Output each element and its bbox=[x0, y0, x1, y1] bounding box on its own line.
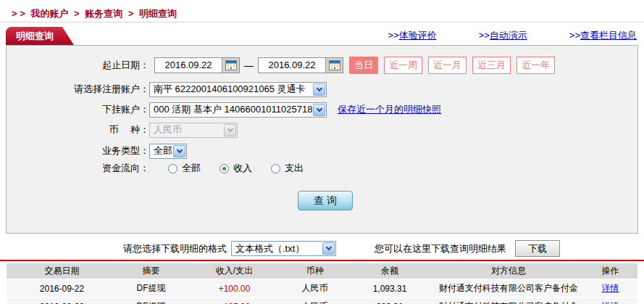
sub-account-label: 下挂账户： bbox=[13, 103, 149, 116]
link-prefix: >> bbox=[569, 30, 580, 41]
currency-row: 币 种： 人民币 bbox=[13, 123, 637, 137]
header-summary: 摘要 bbox=[117, 265, 185, 277]
transaction-table: 交易日期 摘要 收入/支出 币种 余额 对方信息 操作 2016-09-22 D… bbox=[7, 263, 637, 304]
quick-range-today[interactable]: 当日 bbox=[349, 57, 378, 74]
chevron-down-icon[interactable] bbox=[313, 104, 325, 116]
cell-date: 2016-09-22 bbox=[7, 302, 117, 304]
chevron-down-icon[interactable] bbox=[322, 242, 335, 255]
date-range-row: 起止日期： 2016.09.22 — 2016.09.22 bbox=[13, 57, 637, 73]
date-to-value[interactable]: 2016.09.22 bbox=[259, 58, 325, 73]
cell-balance: 993.31 bbox=[346, 302, 434, 304]
date-to-input[interactable]: 2016.09.22 bbox=[258, 57, 343, 73]
date-from-value[interactable]: 2016.09.22 bbox=[155, 58, 222, 73]
header-balance: 余额 bbox=[346, 265, 434, 277]
cell-date: 2016-09-22 bbox=[7, 284, 117, 294]
link-prefix: >> bbox=[479, 30, 490, 41]
cell-currency: 人民币 bbox=[284, 300, 346, 304]
register-account-value: 南平 6222001406100921065 灵通卡 bbox=[150, 83, 312, 96]
link-prefix: >> bbox=[388, 30, 398, 41]
biz-type-select[interactable]: 全部 bbox=[149, 144, 187, 159]
breadcrumb-item-account-query[interactable]: 账务查询 bbox=[85, 8, 122, 19]
download-format-label: 请您选择下载明细的格式 bbox=[123, 242, 227, 255]
link-view-column-info[interactable]: >>查看栏目信息 bbox=[569, 29, 637, 42]
cell-counterparty: 财付通支付科技有限公司客户备付金 bbox=[434, 282, 583, 295]
cell-summary: DF提现 bbox=[117, 300, 185, 304]
sub-account-value: 000 活期 基本户 1406600101102571848 bbox=[150, 103, 312, 116]
currency-select: 人民币 bbox=[149, 123, 238, 138]
cell-summary: DF提现 bbox=[117, 282, 185, 295]
quick-range-quarter[interactable]: 近三月 bbox=[472, 57, 511, 74]
table-row: 2016-09-22 DF提现 +125.00 人民币 993.31 财付通支付… bbox=[7, 298, 637, 304]
header-currency: 币种 bbox=[284, 265, 346, 277]
register-account-label: 请选择注册账户： bbox=[13, 83, 149, 96]
flow-direction-label: 资金流向： bbox=[13, 162, 149, 175]
cell-currency: 人民币 bbox=[284, 282, 346, 295]
download-format-value: 文本格式（.txt） bbox=[232, 242, 322, 255]
flow-direction-row: 资金流向： 全部 收入 支出 bbox=[13, 162, 637, 175]
quick-range-month[interactable]: 近一月 bbox=[428, 57, 467, 74]
tab-detail-query[interactable]: 明细查询 bbox=[6, 27, 74, 45]
breadcrumb-item-my-account[interactable]: 我的账户 bbox=[30, 8, 68, 19]
header-amount: 收入/支出 bbox=[185, 265, 284, 277]
calendar-icon[interactable] bbox=[325, 58, 343, 73]
breadcrumb-separator: > bbox=[128, 8, 134, 19]
flow-radio-income-label: 收入 bbox=[233, 162, 252, 175]
link-auto-demo[interactable]: >>自动演示 bbox=[479, 29, 527, 42]
biz-type-value: 全部 bbox=[150, 144, 172, 157]
tab-row: 明细查询 >>体验评价 >>自动演示 >>查看栏目信息 bbox=[6, 27, 637, 45]
red-divider bbox=[0, 260, 644, 261]
save-snapshot-link[interactable]: 保存近一个月的明细快照 bbox=[338, 103, 441, 116]
download-hint: 您可以在这里下载查询明细结果 bbox=[375, 242, 506, 255]
header-action: 操作 bbox=[583, 265, 637, 277]
chevron-down-icon[interactable] bbox=[173, 145, 185, 157]
header-date: 交易日期 bbox=[7, 265, 117, 277]
flow-radio-all[interactable]: 全部 bbox=[168, 162, 201, 175]
breadcrumb-separator: > bbox=[74, 8, 80, 19]
query-form-panel: 起止日期： 2016.09.22 — 2016.09.22 bbox=[6, 45, 638, 234]
cell-amount: +100.00 bbox=[185, 284, 284, 294]
breadcrumb-item-detail-query[interactable]: 明细查询 bbox=[139, 8, 177, 19]
query-button[interactable]: 查 询 bbox=[298, 191, 353, 210]
flow-radio-expense-label: 支出 bbox=[285, 162, 304, 175]
cell-amount: +125.00 bbox=[185, 302, 284, 304]
radio-icon[interactable] bbox=[271, 164, 280, 173]
link-experience-review[interactable]: >>体验评价 bbox=[388, 29, 436, 42]
date-range-label: 起止日期： bbox=[13, 59, 149, 72]
biz-type-label: 业务类型： bbox=[13, 144, 149, 157]
detail-link[interactable]: 详情 bbox=[602, 301, 619, 304]
cell-balance: 1,093.31 bbox=[346, 284, 434, 294]
currency-label: 币 种： bbox=[13, 123, 149, 136]
flow-radio-income[interactable]: 收入 bbox=[219, 162, 252, 175]
biz-type-row: 业务类型： 全部 bbox=[13, 143, 637, 159]
register-account-select[interactable]: 南平 6222001406100921065 灵通卡 bbox=[149, 82, 327, 97]
table-header-row: 交易日期 摘要 收入/支出 币种 余额 对方信息 操作 bbox=[7, 263, 637, 279]
calendar-icon[interactable] bbox=[222, 58, 239, 73]
quick-range-week[interactable]: 近一周 bbox=[384, 57, 422, 74]
date-from-input[interactable]: 2016.09.22 bbox=[154, 57, 240, 73]
flow-radio-expense[interactable]: 支出 bbox=[271, 162, 304, 175]
header-counterparty: 对方信息 bbox=[434, 265, 583, 277]
top-links: >>体验评价 >>自动演示 >>查看栏目信息 bbox=[346, 29, 637, 45]
sub-account-select[interactable]: 000 活期 基本户 1406600101102571848 bbox=[149, 102, 327, 118]
radio-icon[interactable] bbox=[168, 164, 177, 173]
register-account-row: 请选择注册账户： 南平 6222001406100921065 灵通卡 bbox=[13, 82, 637, 96]
chevron-down-icon[interactable] bbox=[313, 83, 325, 96]
currency-value: 人民币 bbox=[150, 123, 223, 136]
quick-range-year[interactable]: 近一年 bbox=[517, 57, 555, 74]
table-row: 2016-09-22 DF提现 +100.00 人民币 1,093.31 财付通… bbox=[7, 280, 637, 297]
download-button[interactable]: 下载 bbox=[515, 240, 560, 257]
breadcrumb: > > 我的账户 > 账务查询 > 明细查询 bbox=[0, 0, 644, 22]
chevron-down-icon bbox=[224, 124, 236, 136]
radio-checked-icon[interactable] bbox=[219, 164, 229, 173]
download-row: 请您选择下载明细的格式 文本格式（.txt） 您可以在这里下载查询明细结果 下载 bbox=[123, 240, 644, 257]
download-format-select[interactable]: 文本格式（.txt） bbox=[231, 241, 336, 256]
cell-counterparty: 财付通支付科技有限公司客户备付金 bbox=[434, 300, 583, 304]
flow-radio-all-label: 全部 bbox=[182, 162, 201, 175]
detail-link[interactable]: 详情 bbox=[602, 283, 619, 293]
sub-account-row: 下挂账户： 000 活期 基本户 1406600101102571848 保存近… bbox=[13, 102, 637, 117]
breadcrumb-prefix: > > bbox=[12, 8, 25, 19]
date-separator: — bbox=[244, 60, 254, 71]
